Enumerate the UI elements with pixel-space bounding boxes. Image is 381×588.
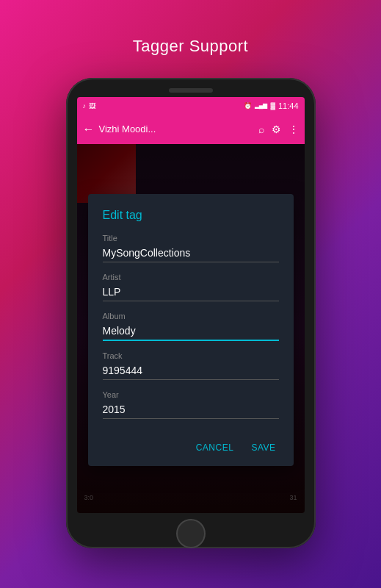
artist-label: Artist [103, 273, 279, 282]
more-icon[interactable]: ⋮ [289, 123, 299, 135]
dialog-title: Edit tag [103, 209, 279, 222]
title-field: Title [103, 234, 279, 262]
title-input[interactable] [103, 245, 279, 262]
track-input[interactable] [103, 363, 279, 380]
alarm-icon: ⏰ [244, 102, 252, 110]
album-input[interactable] [103, 323, 279, 341]
battery-icon: ▓ [270, 102, 275, 110]
track-label: Track [103, 351, 279, 360]
artist-field: Artist [103, 273, 279, 301]
app-bar-title: Vizhi Moodi... [99, 123, 254, 135]
status-bar: ♪ 🖼 ⏰ ▂▄▆ ▓ 11:44 [77, 97, 305, 115]
save-button[interactable]: SAVE [248, 437, 278, 459]
phone-screen: ♪ 🖼 ⏰ ▂▄▆ ▓ 11:44 ← Vizhi Moodi... ⌕ ⚙ ⋮… [77, 97, 305, 513]
status-time: 11:44 [278, 101, 299, 110]
search-icon[interactable]: ⌕ [258, 123, 264, 135]
phone-shell: ♪ 🖼 ⏰ ▂▄▆ ▓ 11:44 ← Vizhi Moodi... ⌕ ⚙ ⋮… [66, 78, 316, 548]
album-field: Album [103, 312, 279, 341]
equalizer-icon[interactable]: ⚙ [272, 123, 281, 135]
artist-input[interactable] [103, 284, 279, 301]
album-label: Album [103, 312, 279, 320]
music-icon: ♪ [83, 102, 87, 110]
app-bar: ← Vizhi Moodi... ⌕ ⚙ ⋮ [77, 115, 305, 144]
image-icon: 🖼 [89, 102, 95, 110]
page-title: Tagger Support [133, 37, 248, 56]
cancel-button[interactable]: CANCEL [193, 437, 237, 459]
title-label: Title [103, 234, 279, 243]
signal-icon: ▂▄▆ [255, 102, 268, 109]
dialog-actions: CANCEL SAVE [103, 431, 279, 459]
back-icon[interactable]: ← [83, 123, 95, 136]
phone-speaker [169, 88, 213, 93]
track-field: Track [103, 351, 279, 380]
dialog-overlay: Edit tag Title Artist Album [77, 144, 305, 513]
year-label: Year [103, 390, 279, 399]
home-button[interactable] [176, 519, 206, 548]
year-input[interactable] [103, 402, 279, 419]
edit-tag-dialog: Edit tag Title Artist Album [88, 194, 294, 466]
year-field: Year [103, 390, 279, 419]
